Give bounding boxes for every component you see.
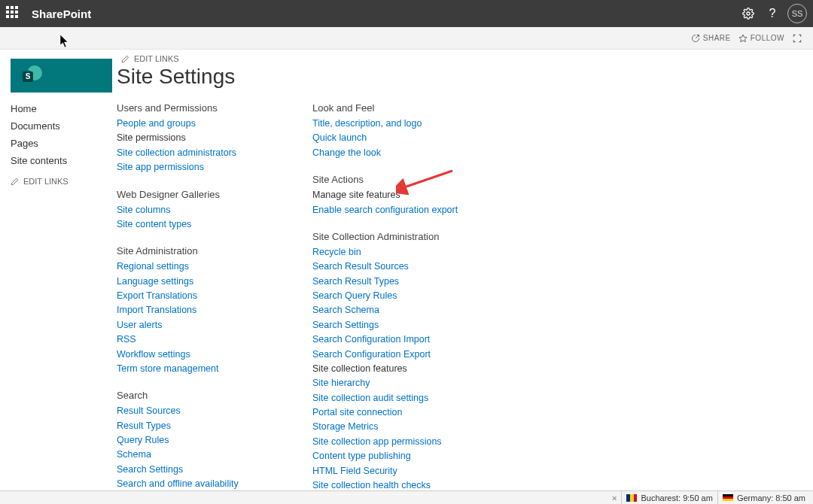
settings-section: Site AdministrationRegional settingsLang…	[117, 245, 312, 376]
settings-link[interactable]: Schema	[117, 448, 312, 462]
suite-nav-header: SharePoint ? SS	[0, 0, 813, 27]
section-title: Site Actions	[312, 174, 508, 185]
follow-label: FOLLOW	[751, 34, 784, 42]
settings-link[interactable]: Search Schema	[312, 303, 508, 317]
quicklaunch-item[interactable]: Documents	[11, 120, 117, 132]
settings-link[interactable]: Search Settings	[117, 463, 312, 477]
section-title: Search	[117, 390, 312, 401]
settings-link[interactable]: Site permissions	[117, 131, 312, 145]
brand-label: SharePoint	[32, 8, 91, 20]
left-nav-column: S HomeDocumentsPagesSite contents EDIT L…	[0, 50, 117, 504]
settings-link[interactable]: Change the look	[312, 146, 508, 160]
content-column: EDIT LINKS Site Settings Users and Permi…	[117, 50, 508, 504]
settings-link[interactable]: People and groups	[117, 117, 312, 131]
settings-link[interactable]: Language settings	[117, 275, 312, 289]
settings-link[interactable]: Portal site connection	[312, 405, 508, 420]
settings-link[interactable]: Search Result Types	[312, 275, 508, 289]
settings-section: Users and PermissionsPeople and groupsSi…	[117, 102, 312, 175]
svg-marker-1	[739, 35, 747, 42]
settings-link[interactable]: Site collection audit settings	[312, 391, 508, 405]
main-container: S HomeDocumentsPagesSite contents EDIT L…	[0, 50, 813, 504]
settings-link[interactable]: User alerts	[117, 318, 312, 332]
settings-link[interactable]: Export Translations	[117, 289, 312, 303]
settings-link[interactable]: Enable search configuration export	[312, 203, 508, 217]
tray-close-icon[interactable]: ×	[612, 493, 617, 502]
settings-link[interactable]: Site collection administrators	[117, 146, 312, 160]
settings-link[interactable]: Search Result Sources	[312, 260, 508, 274]
settings-link[interactable]: Query Rules	[117, 433, 312, 448]
svg-point-0	[747, 12, 750, 15]
settings-link[interactable]: Search Configuration Export	[312, 348, 508, 362]
section-title: Site Collection Administration	[312, 231, 508, 242]
settings-section: SearchResult SourcesResult TypesQuery Ru…	[117, 390, 312, 504]
help-icon[interactable]: ?	[760, 2, 784, 26]
clock-germany[interactable]: Germany: 8:50 am	[717, 491, 810, 504]
settings-link[interactable]: Workflow settings	[117, 348, 312, 362]
settings-link[interactable]: Regional settings	[117, 260, 312, 274]
settings-link[interactable]: RSS	[117, 332, 312, 347]
settings-link[interactable]: Term store management	[117, 362, 312, 376]
section-title: Users and Permissions	[117, 102, 312, 114]
settings-link[interactable]: Content type publishing	[312, 449, 508, 463]
settings-link[interactable]: Site app permissions	[117, 160, 312, 175]
settings-link[interactable]: Result Types	[117, 419, 312, 433]
page-actions-row: SHARE FOLLOW	[0, 27, 813, 50]
settings-link[interactable]: HTML Field Security	[312, 464, 508, 478]
clock-bucharest[interactable]: Bucharest: 9:50 am	[621, 491, 717, 504]
settings-link[interactable]: Search and offline availability	[117, 477, 312, 491]
settings-link[interactable]: Site hierarchy	[312, 376, 508, 390]
settings-section: Web Designer GalleriesSite columnsSite c…	[117, 189, 312, 232]
page-title: Site Settings	[117, 65, 508, 89]
settings-section: Site Collection AdministrationRecycle bi…	[312, 231, 508, 504]
settings-link[interactable]: Storage Metrics	[312, 420, 508, 434]
section-title: Site Administration	[117, 245, 312, 257]
user-avatar[interactable]: SS	[787, 4, 807, 23]
settings-link[interactable]: Search Settings	[312, 318, 508, 332]
edit-links-topnav[interactable]: EDIT LINKS	[121, 54, 508, 63]
settings-column-b: Look and FeelTitle, description, and log…	[312, 102, 508, 504]
settings-link[interactable]: Site columns	[117, 203, 312, 217]
system-taskbar: × Bucharest: 9:50 am Germany: 8:50 am	[0, 490, 813, 504]
share-button[interactable]: SHARE	[691, 34, 731, 43]
settings-link[interactable]: Site content types	[117, 217, 312, 232]
settings-link[interactable]: Quick launch	[312, 131, 508, 145]
settings-icon[interactable]	[736, 2, 760, 26]
follow-button[interactable]: FOLLOW	[738, 34, 784, 43]
settings-link[interactable]: Import Translations	[117, 303, 312, 317]
sharepoint-logo-icon: S	[21, 65, 42, 87]
quicklaunch-item[interactable]: Site contents	[11, 155, 117, 166]
settings-section: Site ActionsManage site featuresEnable s…	[312, 174, 508, 217]
settings-link[interactable]: Site collection features	[312, 362, 508, 376]
share-label: SHARE	[703, 34, 731, 42]
settings-section: Look and FeelTitle, description, and log…	[312, 102, 508, 160]
flag-germany-icon	[723, 494, 733, 502]
section-title: Web Designer Galleries	[117, 189, 312, 200]
quicklaunch-item[interactable]: Home	[11, 103, 117, 114]
settings-link[interactable]: Result Sources	[117, 404, 312, 418]
settings-link[interactable]: Recycle bin	[312, 245, 508, 260]
settings-link[interactable]: Search Query Rules	[312, 289, 508, 303]
settings-link[interactable]: Title, description, and logo	[312, 117, 508, 131]
quick-launch-nav: HomeDocumentsPagesSite contents	[11, 103, 117, 166]
section-title: Look and Feel	[312, 102, 508, 114]
settings-column-a: Users and PermissionsPeople and groupsSi…	[117, 102, 312, 504]
app-launcher-icon[interactable]	[6, 6, 21, 21]
settings-link[interactable]: Search Configuration Import	[312, 332, 508, 347]
settings-link[interactable]: Site collection app permissions	[312, 435, 508, 449]
flag-romania-icon	[626, 494, 637, 502]
settings-link[interactable]: Manage site features	[312, 188, 508, 202]
quicklaunch-item[interactable]: Pages	[11, 138, 117, 149]
focus-icon[interactable]	[792, 33, 805, 44]
edit-links-quicklaunch[interactable]: EDIT LINKS	[11, 177, 117, 186]
site-logo-tile[interactable]: S	[11, 59, 112, 93]
